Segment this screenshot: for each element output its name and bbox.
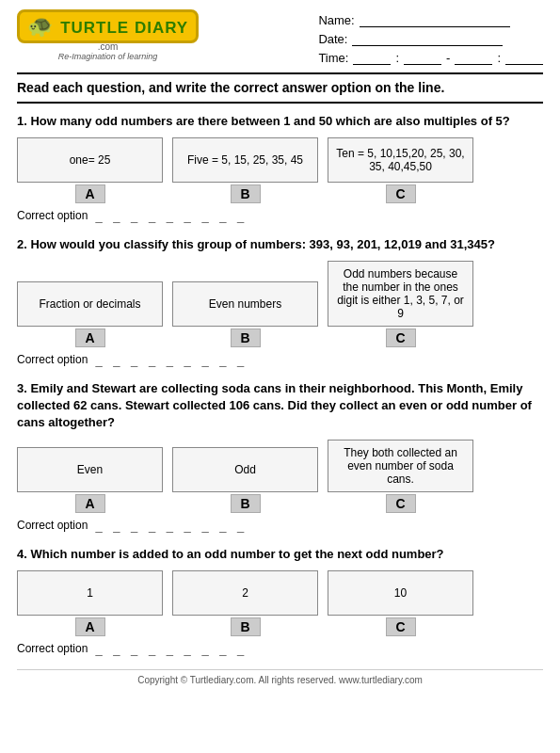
option-box-1-B: Five = 5, 15, 25, 35, 45 <box>172 137 318 183</box>
question-4-option-B[interactable]: 2B <box>172 570 318 636</box>
footer: Copyright © Turtlediary.com. All rights … <box>17 669 543 685</box>
dashes-1: _ _ _ _ _ _ _ _ _ <box>95 209 248 223</box>
fields-area: Name: Date: Time: : - : <box>318 9 543 65</box>
option-box-3-A: Even <box>17 447 163 492</box>
instructions: Read each question, and write the correc… <box>17 72 543 104</box>
question-2: 2. How would you classify this group of … <box>17 236 543 367</box>
time-colon-1: : <box>395 51 399 65</box>
option-label-4-B: B <box>231 617 261 636</box>
option-box-1-A: one= 25 <box>17 137 163 183</box>
question-2-option-B[interactable]: Even numbersB <box>172 281 318 347</box>
time-line-3 <box>455 52 492 65</box>
option-label-1-C: C <box>386 184 416 203</box>
option-box-3-B: Odd <box>172 447 318 492</box>
question-3-correct-row: Correct option_ _ _ _ _ _ _ _ _ <box>17 519 543 533</box>
question-4-options: 1A2B10C <box>17 570 543 636</box>
turtle-icon: 🐢 <box>27 14 54 38</box>
dashes-2: _ _ _ _ _ _ _ _ _ <box>95 353 248 367</box>
date-label: Date: <box>318 32 347 46</box>
dashes-4: _ _ _ _ _ _ _ _ _ <box>95 642 248 656</box>
logo-text: TURTLE DIARY <box>60 19 188 37</box>
question-1-correct-row: Correct option_ _ _ _ _ _ _ _ _ <box>17 209 543 223</box>
option-box-1-C: Ten = 5, 10,15,20, 25, 30, 35, 40,45,50 <box>328 137 473 183</box>
question-4: 4. Which number is added to an odd numbe… <box>17 546 543 656</box>
option-label-3-A: A <box>75 494 105 513</box>
option-label-3-C: C <box>386 494 416 513</box>
option-label-4-A: A <box>75 617 105 636</box>
correct-option-label-2: Correct option <box>17 353 88 366</box>
question-4-option-C[interactable]: 10C <box>328 570 473 636</box>
question-1-option-B[interactable]: Five = 5, 15, 25, 35, 45B <box>172 137 318 203</box>
option-box-4-B: 2 <box>172 570 318 616</box>
time-field-row: Time: : - : <box>318 51 543 65</box>
question-2-text: 2. How would you classify this group of … <box>17 236 543 253</box>
option-box-4-A: 1 <box>17 570 163 616</box>
time-line-2 <box>404 52 441 65</box>
correct-option-label-4: Correct option <box>17 642 88 655</box>
date-field-row: Date: <box>318 32 543 46</box>
question-1-text: 1. How many odd numbers are there betwee… <box>17 113 543 130</box>
question-2-options: Fraction or decimalsAEven numbersBOdd nu… <box>17 261 543 347</box>
date-line <box>352 33 503 46</box>
option-label-4-C: C <box>386 617 416 636</box>
option-label-2-C: C <box>386 328 416 347</box>
question-3-option-A[interactable]: EvenA <box>17 447 163 513</box>
instructions-text: Read each question, and write the correc… <box>17 80 444 95</box>
question-4-correct-row: Correct option_ _ _ _ _ _ _ _ _ <box>17 642 543 656</box>
time-colon-2: : <box>497 51 501 65</box>
option-label-3-B: B <box>231 494 261 513</box>
question-2-option-A[interactable]: Fraction or decimalsA <box>17 281 163 347</box>
time-line-4 <box>505 52 543 65</box>
option-box-4-C: 10 <box>328 570 473 616</box>
question-1-option-A[interactable]: one= 25A <box>17 137 163 203</box>
option-box-2-C: Odd numbers because the number in the on… <box>328 261 473 327</box>
question-2-option-C[interactable]: Odd numbers because the number in the on… <box>328 261 473 347</box>
option-label-1-B: B <box>231 184 261 203</box>
question-1-options: one= 25AFive = 5, 15, 25, 35, 45BTen = 5… <box>17 137 543 203</box>
question-4-option-A[interactable]: 1A <box>17 570 163 636</box>
question-3-options: EvenAOddBThey both collected an even num… <box>17 440 543 513</box>
name-field-row: Name: <box>318 13 543 27</box>
logo-box: 🐢 TURTLE DIARY <box>17 9 199 43</box>
time-line-1 <box>353 52 391 65</box>
question-1: 1. How many odd numbers are there betwee… <box>17 113 543 223</box>
name-line <box>360 14 510 27</box>
question-3-option-B[interactable]: OddB <box>172 447 318 513</box>
correct-option-label-1: Correct option <box>17 209 88 222</box>
option-box-3-C: They both collected an even number of so… <box>328 440 473 492</box>
option-label-2-B: B <box>231 328 261 347</box>
option-label-1-A: A <box>75 184 105 203</box>
correct-option-label-3: Correct option <box>17 519 88 532</box>
option-box-2-B: Even numbers <box>172 281 318 327</box>
footer-text: Copyright © Turtlediary.com. All rights … <box>137 675 423 685</box>
question-3-option-C[interactable]: They both collected an even number of so… <box>328 440 473 513</box>
logo-tagline: Re-Imagination of learning <box>58 52 158 61</box>
question-4-text: 4. Which number is added to an odd numbe… <box>17 546 543 563</box>
question-3-text: 3. Emily and Stewart are collecting soda… <box>17 380 543 432</box>
time-label: Time: <box>318 51 348 65</box>
question-2-correct-row: Correct option_ _ _ _ _ _ _ _ _ <box>17 353 543 367</box>
time-dash: - <box>446 51 450 65</box>
name-label: Name: <box>318 13 354 27</box>
questions-container: 1. How many odd numbers are there betwee… <box>17 113 543 656</box>
question-1-option-C[interactable]: Ten = 5, 10,15,20, 25, 30, 35, 40,45,50C <box>328 137 473 203</box>
option-box-2-A: Fraction or decimals <box>17 281 163 327</box>
page: 🐢 TURTLE DIARY .com Re-Imagination of le… <box>0 0 560 695</box>
dashes-3: _ _ _ _ _ _ _ _ _ <box>95 519 248 533</box>
question-3: 3. Emily and Stewart are collecting soda… <box>17 380 543 533</box>
logo-com: .com <box>98 41 119 52</box>
logo-area: 🐢 TURTLE DIARY .com Re-Imagination of le… <box>17 9 199 61</box>
option-label-2-A: A <box>75 328 105 347</box>
header: 🐢 TURTLE DIARY .com Re-Imagination of le… <box>17 9 543 65</box>
